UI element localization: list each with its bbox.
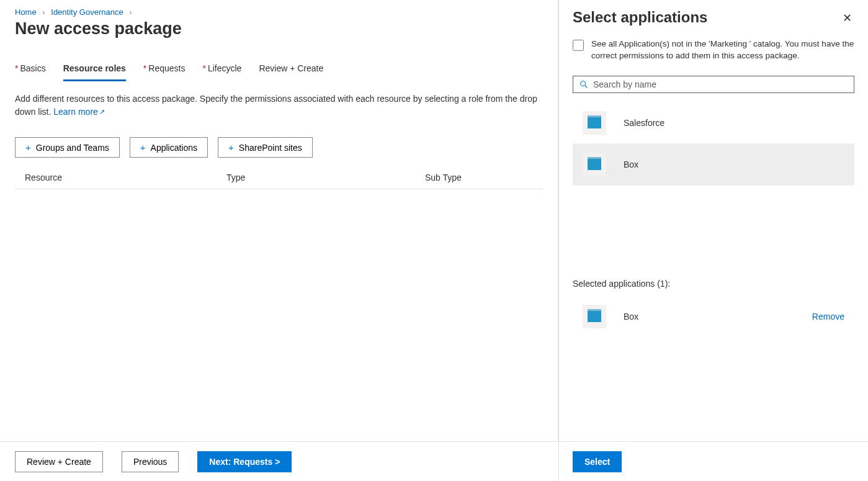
selected-apps-header: Selected applications (1): xyxy=(573,279,854,289)
app-name: Box xyxy=(624,160,638,169)
app-row-box[interactable]: Box xyxy=(573,144,854,186)
app-icon xyxy=(583,111,606,135)
selected-app-name: Box xyxy=(624,312,795,321)
app-icon xyxy=(583,153,606,176)
close-icon[interactable]: ✕ xyxy=(840,9,854,27)
chevron-right-icon: › xyxy=(42,7,45,17)
tab-lifecycle[interactable]: *Lifecycle xyxy=(202,63,241,81)
table-header: Resource Type Sub Type xyxy=(15,166,543,189)
plus-icon: + xyxy=(25,142,31,153)
external-link-icon: ↗ xyxy=(99,108,105,115)
main-content: Home › Identity Governance › New access … xyxy=(0,0,558,481)
search-box[interactable] xyxy=(573,76,854,93)
tab-bar: *Basics Resource roles *Requests *Lifecy… xyxy=(15,63,543,81)
selected-app-row: Box Remove xyxy=(573,299,854,335)
previous-button[interactable]: Previous xyxy=(122,451,179,472)
chevron-right-icon: › xyxy=(129,7,132,17)
th-subtype: Sub Type xyxy=(425,173,533,182)
panel-title: Select applications xyxy=(573,9,707,26)
app-name: Salesforce xyxy=(624,118,664,128)
search-icon xyxy=(579,80,588,89)
breadcrumb-identity-governance[interactable]: Identity Governance xyxy=(51,7,123,17)
breadcrumb-home[interactable]: Home xyxy=(15,7,37,17)
svg-point-0 xyxy=(581,81,586,86)
see-all-checkbox[interactable] xyxy=(573,40,584,51)
select-button[interactable]: Select xyxy=(573,451,622,472)
learn-more-link[interactable]: Learn more↗ xyxy=(53,107,105,117)
breadcrumb: Home › Identity Governance › xyxy=(15,7,543,17)
search-input[interactable] xyxy=(593,79,848,89)
th-type: Type xyxy=(226,173,425,182)
footer-bar: Review + Create Previous Next: Requests … xyxy=(0,441,558,481)
tab-resource-roles[interactable]: Resource roles xyxy=(63,63,126,81)
add-sharepoint-button[interactable]: +SharePoint sites xyxy=(218,137,313,158)
tab-requests[interactable]: *Requests xyxy=(143,63,186,81)
tab-review-create[interactable]: Review + Create xyxy=(259,63,323,81)
tab-basics[interactable]: *Basics xyxy=(15,63,46,81)
plus-icon: + xyxy=(140,142,146,153)
th-resource: Resource xyxy=(25,173,226,182)
see-all-checkbox-row: See all Application(s) not in the 'Marke… xyxy=(573,38,854,62)
page-title: New access package xyxy=(15,19,543,38)
see-all-label: See all Application(s) not in the 'Marke… xyxy=(591,38,854,62)
add-applications-button[interactable]: +Applications xyxy=(130,137,208,158)
review-create-button[interactable]: Review + Create xyxy=(15,451,103,472)
add-groups-button[interactable]: +Groups and Teams xyxy=(15,137,120,158)
plus-icon: + xyxy=(228,142,234,153)
svg-line-1 xyxy=(585,86,588,88)
resource-buttons: +Groups and Teams +Applications +SharePo… xyxy=(15,137,543,158)
app-icon xyxy=(583,305,606,328)
remove-link[interactable]: Remove xyxy=(812,312,844,321)
description-text: Add different resources to this access p… xyxy=(15,92,543,119)
select-applications-panel: Select applications ✕ See all Applicatio… xyxy=(558,0,868,481)
next-button[interactable]: Next: Requests > xyxy=(197,451,292,472)
app-row-salesforce[interactable]: Salesforce xyxy=(573,102,854,144)
panel-footer: Select xyxy=(559,441,868,481)
